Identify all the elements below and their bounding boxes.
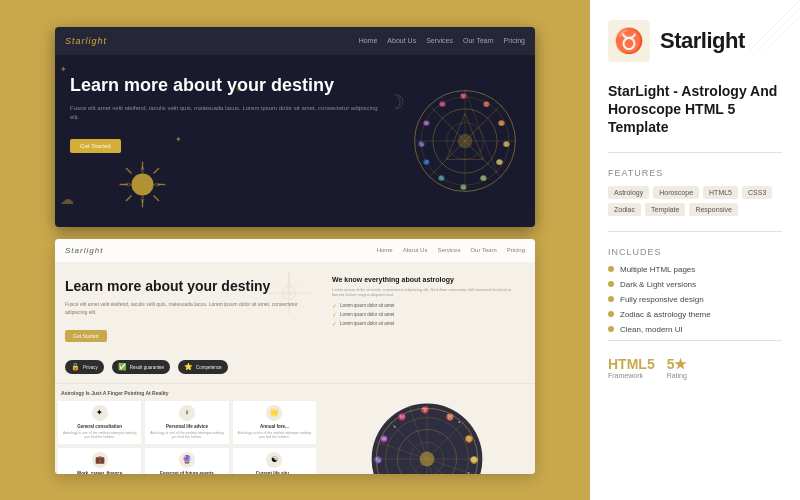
divider-2 [608, 231, 782, 232]
tag-css3: CSS3 [742, 186, 772, 199]
svg-text:♌: ♌ [496, 157, 503, 165]
card-forecast-title: Forecast of future events [149, 471, 224, 474]
svg-line-5 [126, 168, 132, 174]
right-info-panel: ♉ Starlight StarLight - Astrology And Ho… [590, 0, 800, 500]
dot-2 [608, 281, 614, 287]
stat-responsive-label: Rating [667, 372, 687, 379]
svg-text:♊: ♊ [465, 434, 474, 442]
we-know-title: We know everything about astrology [332, 276, 522, 283]
page-container: Starlight Home About Us Services Our Tea… [0, 0, 800, 500]
we-know-section: We know everything about astrology Lorem… [324, 268, 530, 337]
svg-text:♏: ♏ [438, 173, 445, 181]
info-text-4: Zodiac & astrology theme [620, 310, 711, 319]
dark-logo: Starlight [65, 36, 107, 46]
tag-astrology: Astrology [608, 186, 649, 199]
check-icon-2: ✓ [332, 311, 337, 318]
info-row-3: Fully responsive design [608, 295, 704, 304]
check-item-3: ✓ Lorem ipsum dolor sit amet [332, 320, 522, 327]
stat-html5-label: Framework [608, 372, 643, 379]
svg-line-70 [758, 8, 800, 50]
nav-team: Our Team [463, 37, 494, 44]
check-text-2: Lorem ipsum dolor sit amet [340, 312, 394, 317]
moon-decoration: ☽ [387, 90, 405, 114]
info-row-4: Zodiac & astrology theme [608, 310, 711, 319]
dark-nav-links: Home About Us Services Our Team Pricing [359, 37, 525, 44]
dot-3 [608, 296, 614, 302]
dark-subtext: Fusce elit amet velit eleifend, iaculis … [70, 104, 380, 122]
info-row-1: Multiple HTML pages [608, 265, 695, 274]
cloud-decoration: ☁ [60, 191, 74, 207]
card-general-text: Astrology is one of the earliest attempt… [62, 431, 137, 440]
light-body: Learn more about your destiny Fusce elit… [55, 263, 535, 474]
svg-text:♑: ♑ [374, 455, 383, 463]
light-nav-about: About Us [403, 247, 428, 253]
nav-services: Services [426, 37, 453, 44]
cards-grid: ✦ General consultation Astrology is one … [57, 400, 317, 474]
dot-5 [608, 326, 614, 332]
dark-cta-button[interactable]: Get Started [70, 139, 121, 153]
astro-wheel-light: ♈ ♉ ♊ ♋ ♌ ♍ ♎ ♏ ♐ ♑ ♒ ♓ [367, 399, 487, 474]
svg-point-54 [468, 472, 470, 474]
svg-text:♈: ♈ [460, 91, 467, 99]
guarantee-badge: ✅ Result guarantee [112, 360, 170, 374]
svg-text:♒: ♒ [380, 434, 389, 442]
card-current-title: Current life situ... [237, 471, 312, 474]
info-text-1: Multiple HTML pages [620, 265, 695, 274]
decorative-corner [750, 0, 800, 50]
card-personal-text: Astrology is one of the earliest attempt… [149, 431, 224, 440]
brand-name: Starlight [660, 28, 745, 54]
info-row-5: Clean, modern UI [608, 325, 683, 334]
nav-about: About Us [387, 37, 416, 44]
tag-responsive: Responsive [689, 203, 738, 216]
tag-zodiac: Zodiac [608, 203, 641, 216]
dark-preview-card: Starlight Home About Us Services Our Tea… [55, 27, 535, 227]
check-text-1: Lorem ipsum dolor sit amet [340, 303, 394, 308]
light-nav-links: Home About Us Services Our Team Pricing [377, 247, 525, 253]
stat-responsive-value: 5★ [667, 356, 688, 372]
tags-label: Features [608, 168, 663, 178]
stats-row: HTML5 Framework 5★ Rating [608, 356, 687, 379]
light-nav: Starlight Home About Us Services Our Tea… [55, 239, 535, 263]
svg-line-69 [750, 0, 800, 50]
light-logo: Starlight [65, 246, 103, 255]
light-nav-team: Our Team [470, 247, 496, 253]
privacy-label: Privacy [83, 365, 98, 370]
nav-home: Home [359, 37, 378, 44]
card-annual-title: Annual fore... [237, 424, 312, 429]
svg-text:♋: ♋ [503, 139, 510, 147]
card-work-title: Work, career, finance [62, 471, 137, 474]
svg-line-7 [126, 195, 132, 201]
card-annual-icon: 🌟 [266, 405, 282, 421]
check-icon-3: ✓ [332, 320, 337, 327]
svg-line-6 [154, 195, 160, 201]
nav-pricing: Pricing [504, 37, 525, 44]
light-cta-button[interactable]: Get Started [65, 330, 107, 342]
card-general-icon: ✦ [92, 405, 108, 421]
card-annual: 🌟 Annual fore... Astrology is one of the… [232, 400, 317, 445]
dot-1 [608, 266, 614, 272]
info-row-2: Dark & Light versions [608, 280, 696, 289]
stat-html5: HTML5 Framework [608, 356, 655, 379]
dark-body: ✦ ✧ · ✦ Learn more about your destiny Fu… [55, 55, 535, 227]
svg-text:♎: ♎ [460, 182, 467, 190]
svg-text:♒: ♒ [423, 118, 430, 126]
stat-responsive: 5★ Rating [667, 356, 688, 379]
card-personal-title: Personal life advice [149, 424, 224, 429]
svg-point-0 [132, 173, 154, 195]
svg-text:♉: ♉ [446, 413, 455, 421]
card-personal: ♀ Personal life advice Astrology is one … [144, 400, 229, 445]
brand-logo-box: ♉ [608, 20, 650, 62]
card-forecast-icon: 🔮 [179, 452, 195, 468]
privacy-badge: 🔒 Privacy [65, 360, 104, 374]
svg-point-53 [458, 421, 460, 423]
competence-label: Competence [196, 365, 222, 370]
check-item-1: ✓ Lorem ipsum dolor sit amet [332, 302, 522, 309]
card-work: 💼 Work, career, finance Astrology is one… [57, 447, 142, 474]
svg-text:♐: ♐ [423, 157, 430, 165]
tag-html5: HTML5 [703, 186, 738, 199]
left-panel: Starlight Home About Us Services Our Tea… [0, 0, 590, 500]
feature-badges: 🔒 Privacy ✅ Result guarantee ⭐ Competenc… [65, 360, 309, 374]
tag-template: Template [645, 203, 685, 216]
we-know-text: Lorem ipsum dolor sit amet, consectetur … [332, 287, 522, 298]
dot-4 [608, 311, 614, 317]
